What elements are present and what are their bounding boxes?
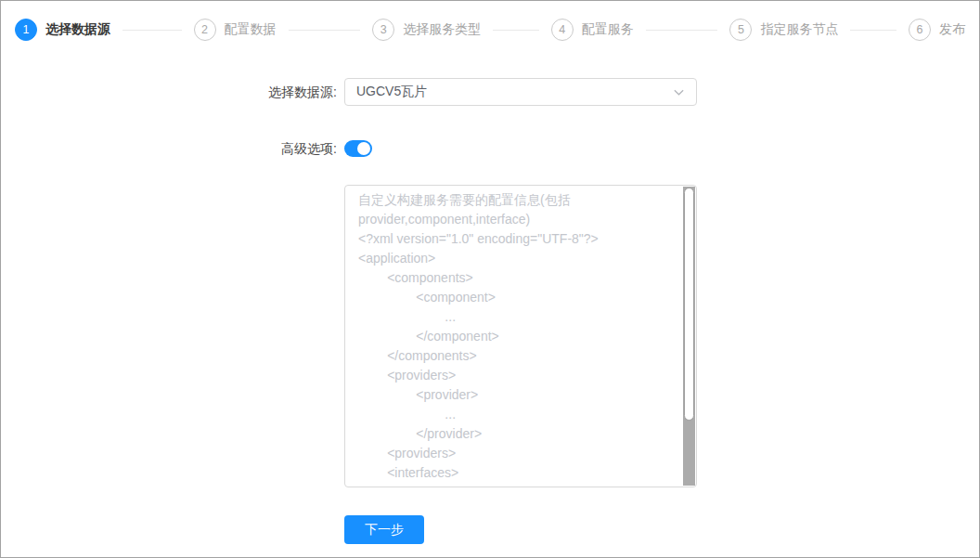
step-connector: [850, 30, 896, 31]
step-connector: [289, 30, 361, 31]
toggle-knob: [357, 142, 370, 155]
publish-service-wizard-page: 1 选择数据源 2 配置数据 3 选择服务类型 4 配置服务 5 指定服务节点 …: [0, 0, 980, 558]
step-5-label: 指定服务节点: [760, 21, 838, 38]
advanced-options-toggle[interactable]: [344, 140, 372, 157]
step-4-number: 4: [559, 23, 565, 36]
step-item-6: 6 发布: [909, 19, 965, 41]
datasource-selected-value: UGCV5瓦片: [356, 84, 673, 100]
step-2-badge: 2: [194, 19, 216, 41]
step-1-number: 1: [23, 23, 30, 36]
step-4-badge: 4: [551, 19, 574, 41]
step-6-number: 6: [916, 23, 922, 36]
step-1-label: 选择数据源: [45, 21, 110, 38]
step-2-label: 配置数据: [225, 21, 277, 38]
step-item-2: 2 配置数据: [194, 19, 373, 41]
config-textarea[interactable]: 自定义构建服务需要的配置信息(包括 provider,component,int…: [344, 185, 697, 487]
datasource-label: 选择数据源:: [1, 78, 337, 101]
step-3-badge: 3: [372, 19, 394, 41]
advanced-options-label: 高级选项:: [1, 140, 337, 158]
step-item-4: 4 配置服务: [551, 19, 730, 41]
config-row: 自定义构建服务需要的配置信息(包括 provider,component,int…: [1, 185, 979, 487]
config-placeholder-text: 自定义构建服务需要的配置信息(包括 provider,component,int…: [345, 186, 696, 487]
datasource-select[interactable]: UGCV5瓦片: [344, 78, 697, 106]
chevron-down-icon: [673, 86, 685, 98]
datasource-row: 选择数据源: UGCV5瓦片: [1, 78, 979, 106]
config-label-spacer: [1, 185, 337, 190]
step-connector: [646, 30, 718, 31]
step-2-number: 2: [201, 23, 208, 36]
step-3-number: 3: [380, 23, 387, 36]
step-3-label: 选择服务类型: [403, 21, 481, 38]
step-5-badge: 5: [729, 19, 752, 41]
steps-bar: 1 选择数据源 2 配置数据 3 选择服务类型 4 配置服务 5 指定服务节点 …: [1, 1, 979, 58]
step-connector: [493, 30, 539, 31]
step-item-3: 3 选择服务类型: [372, 19, 551, 41]
step-5-number: 5: [738, 23, 744, 36]
advanced-options-row: 高级选项:: [1, 140, 979, 158]
step-4-label: 配置服务: [582, 21, 634, 38]
textarea-scrollbar-thumb[interactable]: [684, 188, 694, 421]
next-step-button[interactable]: 下一步: [344, 515, 424, 544]
step-item-1: 1 选择数据源: [15, 19, 194, 41]
step-6-badge: 6: [909, 19, 931, 41]
step-item-5: 5 指定服务节点: [729, 19, 909, 41]
button-row: 下一步: [1, 515, 979, 544]
step-connector: [122, 30, 182, 31]
step-1-badge: 1: [15, 19, 37, 41]
step-6-label: 发布: [939, 21, 965, 38]
textarea-scrollbar-track[interactable]: [683, 187, 695, 486]
